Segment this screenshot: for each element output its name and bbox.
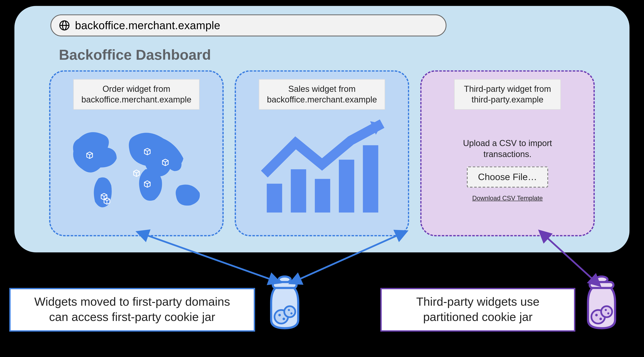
svg-point-24 <box>607 312 609 314</box>
svg-point-23 <box>605 309 607 311</box>
globe-icon <box>59 20 70 31</box>
svg-point-13 <box>278 314 281 316</box>
widgets-row: Order widget from backoffice.merchant.ex… <box>49 70 595 236</box>
sales-widget: Sales widget from backoffice.merchant.ex… <box>235 70 409 236</box>
cookie-jar-first-party-icon <box>264 274 306 332</box>
third-party-widget: Third-party widget from third-party.exam… <box>420 70 595 236</box>
svg-point-15 <box>288 309 290 311</box>
order-widget-label: Order widget from backoffice.merchant.ex… <box>73 79 200 110</box>
svg-point-16 <box>290 312 292 314</box>
url-text: backoffice.merchant.example <box>75 19 220 32</box>
order-widget: Order widget from backoffice.merchant.ex… <box>49 70 224 236</box>
upload-prompt: Upload a CSV to import transactions. <box>463 138 552 160</box>
browser-window: backoffice.merchant.example Backoffice D… <box>13 4 631 254</box>
dashboard-title: Backoffice Dashboard <box>59 46 211 63</box>
svg-rect-5 <box>315 179 330 213</box>
svg-rect-7 <box>363 145 378 213</box>
first-party-caption: Widgets moved to first-party domains can… <box>9 288 255 332</box>
svg-point-12 <box>284 306 295 317</box>
svg-point-14 <box>282 318 285 320</box>
svg-point-20 <box>601 306 612 317</box>
svg-rect-3 <box>267 184 282 213</box>
svg-point-22 <box>599 318 602 320</box>
diagram-canvas: backoffice.merchant.example Backoffice D… <box>0 0 644 357</box>
choose-file-button[interactable]: Choose File… <box>467 166 548 187</box>
bar-chart-icon <box>250 114 394 224</box>
download-csv-template-link[interactable]: Download CSV Template <box>472 194 543 201</box>
svg-rect-4 <box>291 170 306 213</box>
third-party-widget-body: Upload a CSV to import transactions. Cho… <box>463 110 552 229</box>
world-map-icon <box>64 114 208 224</box>
svg-rect-6 <box>339 160 354 213</box>
cookie-jar-partitioned-icon <box>580 274 623 332</box>
order-widget-body <box>58 110 215 229</box>
svg-point-21 <box>595 314 598 316</box>
third-party-widget-label: Third-party widget from third-party.exam… <box>454 79 561 110</box>
third-party-caption: Third-party widgets use partitioned cook… <box>380 288 575 332</box>
url-bar: backoffice.merchant.example <box>50 14 446 36</box>
sales-widget-label: Sales widget from backoffice.merchant.ex… <box>259 79 385 110</box>
sales-widget-body <box>244 110 400 229</box>
